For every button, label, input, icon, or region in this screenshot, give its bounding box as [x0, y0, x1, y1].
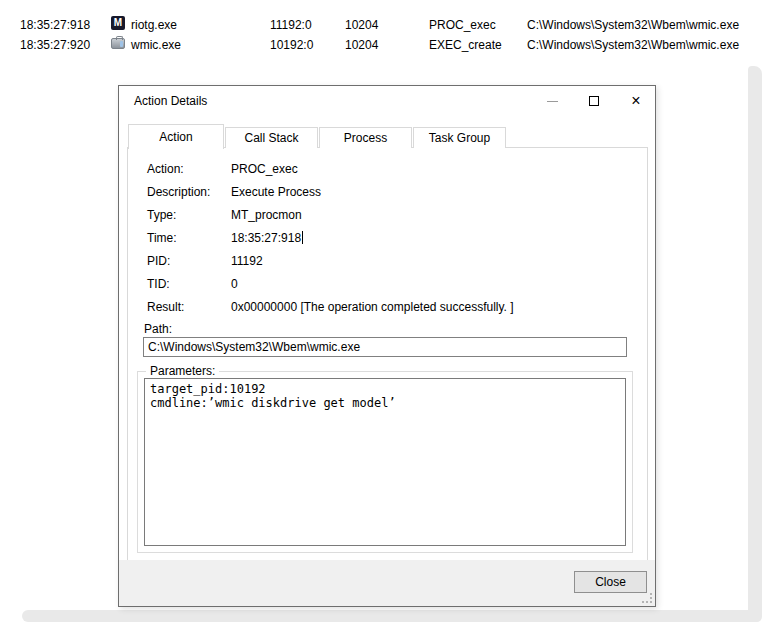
- pid-tid: 11192:0: [270, 16, 312, 35]
- parameters-group: Parameters: target_pid:10192 cmdline:’wm…: [137, 371, 633, 553]
- field-row-description: Description: Execute Process: [119, 185, 655, 199]
- event-time: 18:35:27:920: [20, 36, 90, 55]
- parameters-label: Parameters:: [146, 364, 219, 378]
- maximize-icon: [589, 96, 599, 106]
- field-row-result: Result: 0x00000000 [The operation comple…: [119, 300, 655, 314]
- dialog-titlebar[interactable]: Action Details ×: [119, 86, 655, 116]
- field-value: 0: [231, 277, 238, 291]
- minimize-button[interactable]: [537, 86, 567, 116]
- close-icon: ×: [631, 92, 640, 109]
- close-window-button[interactable]: ×: [621, 86, 651, 116]
- process-table-row[interactable]: 18:35:27:918 M riotg.exe 11192:0 10204 P…: [0, 16, 762, 35]
- resize-grip[interactable]: [643, 594, 652, 603]
- window-edge-right: [748, 66, 762, 614]
- time-value: 18:35:27:918: [231, 231, 301, 245]
- field-value: 11192: [231, 254, 263, 268]
- dialog-footer: Close: [119, 560, 655, 606]
- field-row-pid: PID: 11192: [119, 254, 655, 268]
- tab-task-group[interactable]: Task Group: [413, 127, 506, 148]
- window-edge-bottom: [22, 610, 762, 622]
- tab-process[interactable]: Process: [319, 127, 412, 148]
- field-row-time: Time: 18:35:27:918: [119, 231, 655, 245]
- path-input[interactable]: C:\Windows\System32\Wbem\wmic.exe: [143, 337, 627, 357]
- pid-tid: 10192:0: [270, 36, 313, 55]
- riotg-app-icon-glyph: M: [111, 16, 125, 30]
- path-label: Path:: [144, 322, 172, 336]
- field-label: Time:: [147, 231, 177, 245]
- wmic-app-icon: [111, 36, 125, 55]
- image-path: C:\Windows\System32\Wbem\wmic.exe: [527, 16, 739, 35]
- app-background: 18:35:27:918 M riotg.exe 11192:0 10204 P…: [0, 0, 762, 626]
- process-name: wmic.exe: [131, 36, 181, 55]
- field-label: Type:: [147, 208, 176, 222]
- field-label: PID:: [147, 254, 170, 268]
- close-button[interactable]: Close: [574, 571, 647, 593]
- wmic-app-icon-glyph: [111, 38, 125, 49]
- dialog-title: Action Details: [134, 94, 207, 108]
- tab-call-stack[interactable]: Call Stack: [225, 127, 318, 148]
- event-time: 18:35:27:918: [20, 16, 90, 35]
- field-row-type: Type: MT_procmon: [119, 208, 655, 222]
- field-value: 0x00000000 [The operation completed succ…: [231, 300, 514, 314]
- tab-action[interactable]: Action: [128, 124, 224, 149]
- text-caret: [302, 231, 303, 244]
- field-value: Execute Process: [231, 185, 321, 199]
- field-value[interactable]: 18:35:27:918: [231, 231, 303, 245]
- process-name: riotg.exe: [131, 16, 177, 35]
- action-details-dialog: Action Details × Action Call Stack Proce…: [118, 85, 656, 607]
- action-type: PROC_exec: [429, 16, 496, 35]
- field-row-tid: TID: 0: [119, 277, 655, 291]
- action-type: EXEC_create: [429, 36, 502, 55]
- field-row-action: Action: PROC_exec: [119, 162, 655, 176]
- riotg-app-icon: M: [111, 16, 125, 35]
- field-value: MT_procmon: [231, 208, 302, 222]
- maximize-button[interactable]: [579, 86, 609, 116]
- field-label: Description:: [147, 185, 210, 199]
- parent-pid: 10204: [345, 36, 378, 55]
- field-label: TID:: [147, 277, 170, 291]
- parent-pid: 10204: [345, 16, 378, 35]
- field-label: Action:: [147, 162, 184, 176]
- minimize-icon: [547, 101, 558, 102]
- field-label: Result:: [147, 300, 184, 314]
- parameters-textarea[interactable]: target_pid:10192 cmdline:’wmic diskdrive…: [144, 378, 626, 546]
- process-table-row[interactable]: 18:35:27:920 wmic.exe 10192:0 10204 EXEC…: [0, 36, 762, 55]
- image-path: C:\Windows\System32\Wbem\wmic.exe: [527, 36, 739, 55]
- field-value: PROC_exec: [231, 162, 298, 176]
